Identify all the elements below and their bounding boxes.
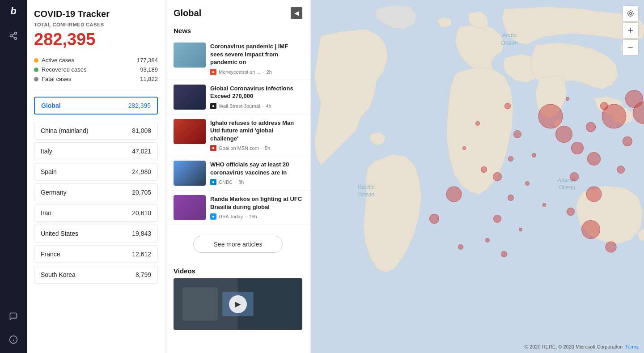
map-terms-link[interactable]: Terms xyxy=(625,344,639,349)
total-confirmed-count: 282,395 xyxy=(34,30,158,49)
country-row[interactable]: United States19,843 xyxy=(34,225,158,242)
total-label: TOTAL CONFIRMED CASES xyxy=(34,22,158,27)
article-meta: ● CNBC · 8h xyxy=(210,179,302,185)
svg-point-1 xyxy=(10,35,13,37)
article-title: Coronavirus pandemic | IMF sees severe i… xyxy=(210,43,302,66)
country-name: South Korea xyxy=(41,271,76,278)
fatal-cases-row: Fatal cases 11,822 xyxy=(34,74,158,84)
country-count: 24,980 xyxy=(132,168,151,175)
country-row[interactable]: France12,612 xyxy=(34,245,158,263)
article-time: 18h xyxy=(249,214,257,219)
active-dot xyxy=(34,58,38,63)
source-icon: ● xyxy=(210,213,216,220)
country-name: United States xyxy=(41,230,78,237)
country-name: France xyxy=(41,251,60,258)
share-icon[interactable] xyxy=(5,28,21,44)
info-icon[interactable] xyxy=(5,332,21,348)
article-card[interactable]: Coronavirus pandemic | IMF sees severe i… xyxy=(165,38,310,80)
videos-section: ▶ xyxy=(165,278,310,335)
article-time: 2h xyxy=(267,69,272,75)
article-title: Randa Markos on fighting at UFC Brasilia… xyxy=(210,195,302,211)
country-count: 81,008 xyxy=(132,127,151,134)
country-name: China (mainland) xyxy=(41,127,89,134)
recovered-count: 93,189 xyxy=(140,66,158,73)
article-source: USA Today xyxy=(219,214,243,219)
play-icon: ▶ xyxy=(229,295,247,313)
article-title: WHO officials say at least 20 coronaviru… xyxy=(210,161,302,176)
article-card[interactable]: Ighalo refuses to address Man Utd future… xyxy=(165,115,310,157)
left-sidebar: b xyxy=(0,0,27,353)
recovered-cases-row: Recovered cases 93,189 xyxy=(34,65,158,74)
article-title: Global Coronavirus Infections Exceed 270… xyxy=(210,85,302,100)
fatal-label: Fatal cases xyxy=(42,76,71,82)
country-count: 20,705 xyxy=(132,189,151,196)
article-source: Wall Street Journal xyxy=(219,103,260,109)
country-count: 19,843 xyxy=(132,230,151,237)
article-card[interactable]: Global Coronavirus Infections Exceed 270… xyxy=(165,80,310,115)
global-button[interactable]: Global 282,395 xyxy=(34,97,158,115)
country-list: China (mainland)81,008Italy47,021Spain24… xyxy=(34,122,158,284)
source-icon: ● xyxy=(210,103,216,109)
video-thumbnail[interactable]: ▶ xyxy=(174,278,302,330)
article-separator: · xyxy=(235,179,236,185)
zoom-out-button[interactable]: − xyxy=(623,39,639,55)
svg-line-3 xyxy=(12,36,15,38)
map-copyright: © 2020 HERE, © 2020 Microsoft Corporatio… xyxy=(525,344,623,349)
article-time: 5h xyxy=(265,145,270,151)
article-source: CNBC xyxy=(219,179,233,185)
country-name: Iran xyxy=(41,209,51,217)
article-card[interactable]: Randa Markos on fighting at UFC Brasilia… xyxy=(165,191,310,225)
locate-button[interactable] xyxy=(623,5,639,21)
article-source: Moneycontrol on ... xyxy=(219,69,261,75)
country-row[interactable]: Germany20,705 xyxy=(34,183,158,201)
country-row[interactable]: Iran20,610 xyxy=(34,204,158,222)
map-area: ArcticOcean PacificOcean AtlanticOcean +… xyxy=(311,0,644,353)
article-image xyxy=(174,161,206,186)
svg-rect-11 xyxy=(182,288,218,321)
bing-logo[interactable]: b xyxy=(10,5,16,17)
article-meta: ● Wall Street Journal · 4h xyxy=(210,103,302,109)
country-name: Germany xyxy=(41,189,67,196)
source-icon: ● xyxy=(210,179,216,185)
article-separator: · xyxy=(261,145,263,151)
fatal-dot xyxy=(34,77,38,81)
active-label: Active cases xyxy=(42,57,74,64)
svg-point-0 xyxy=(15,32,17,34)
country-count: 47,021 xyxy=(132,148,151,155)
article-separator: · xyxy=(245,214,246,219)
article-image xyxy=(174,195,206,220)
country-row[interactable]: Italy47,021 xyxy=(34,142,158,160)
article-meta: ● Moneycontrol on ... · 2h xyxy=(210,69,302,75)
country-count: 12,612 xyxy=(132,251,151,258)
article-time: 4h xyxy=(266,103,271,109)
country-row[interactable]: China (mainland)81,008 xyxy=(34,122,158,140)
zoom-in-button[interactable]: + xyxy=(623,22,639,38)
divider xyxy=(34,90,158,90)
article-separator: · xyxy=(263,103,264,109)
article-meta: ● Goal on MSN.com · 5h xyxy=(210,145,302,151)
map-footer: © 2020 HERE, © 2020 Microsoft Corporatio… xyxy=(525,344,639,349)
source-icon: ● xyxy=(210,69,216,75)
article-time: 8h xyxy=(238,179,244,185)
article-card[interactable]: WHO officials say at least 20 coronaviru… xyxy=(165,156,310,191)
global-count: 282,395 xyxy=(128,102,151,109)
map-controls: + − xyxy=(623,5,639,55)
news-section-label: News xyxy=(165,23,310,38)
country-row[interactable]: Spain24,980 xyxy=(34,163,158,181)
recovered-label: Recovered cases xyxy=(42,66,86,73)
videos-section-label: Videos xyxy=(165,264,310,278)
news-panel: Global ◀ News Coronavirus pandemic | IMF… xyxy=(165,0,311,353)
articles-list: Coronavirus pandemic | IMF sees severe i… xyxy=(165,38,310,225)
svg-point-14 xyxy=(630,13,632,15)
chat-icon[interactable] xyxy=(5,308,21,324)
stats-panel: COVID-19 Tracker TOTAL CONFIRMED CASES 2… xyxy=(27,0,165,353)
global-label: Global xyxy=(41,102,61,109)
country-count: 8,799 xyxy=(136,271,151,278)
active-count: 177,384 xyxy=(137,57,158,64)
country-name: Spain xyxy=(41,168,57,175)
news-header: Global ◀ xyxy=(165,0,310,23)
country-row[interactable]: South Korea8,799 xyxy=(34,266,158,284)
see-more-articles-button[interactable]: See more articles xyxy=(193,236,283,253)
collapse-button[interactable]: ◀ xyxy=(291,7,302,19)
country-name: Italy xyxy=(41,148,52,155)
